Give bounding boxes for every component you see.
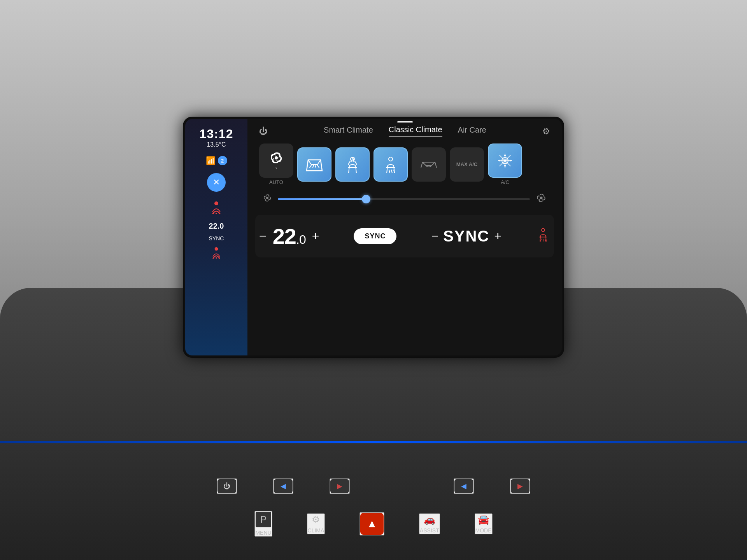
svg-point-0 [214, 201, 218, 205]
right-sync-text: SYNC [443, 228, 489, 245]
clima-label: CLIMA [308, 527, 324, 534]
temp-up-left-icon: ▶ [330, 479, 349, 493]
tab-smart-climate[interactable]: Smart Climate [324, 126, 373, 137]
seat-heat-lower-button[interactable] [374, 147, 408, 182]
close-button[interactable]: ✕ [207, 173, 226, 192]
temp-down-left-hw[interactable]: ◀ [273, 478, 293, 494]
clima-button[interactable]: ⚙ CLIMA [307, 513, 325, 534]
power-hw-icon: ⏻ [217, 479, 236, 493]
ac-label: A/C [501, 179, 509, 185]
fan-speed-fill [278, 198, 366, 200]
mode-button[interactable]: 🚘 MODE [475, 513, 493, 534]
temp-down-left-icon: ◀ [274, 479, 293, 493]
screen-wrapper: 13:12 13.5°C 📶 2 ✕ [183, 117, 564, 358]
assist-button[interactable]: 🚗 ASSIST [419, 513, 440, 534]
right-temperature-control: − SYNC + [431, 228, 502, 245]
svg-point-5 [213, 257, 214, 259]
blue-accent-bar [0, 441, 747, 443]
recirculation-group [412, 147, 446, 182]
fan-auto-group: › AUTO [259, 144, 293, 185]
right-temp-increase[interactable]: + [494, 229, 502, 243]
power-hw-button[interactable]: ⏻ [217, 478, 237, 494]
ac-button[interactable] [488, 144, 522, 178]
seat-heat-lower-group [374, 147, 408, 182]
ac-group: A/C [488, 144, 522, 185]
wifi-icon: 📶 [206, 156, 216, 165]
time-display: 13:12 13.5°C [200, 127, 233, 148]
hardware-button-strip: ⏻ ◀ ▶ ◀ ▶ [198, 478, 549, 494]
svg-point-10 [389, 157, 393, 161]
screen-bezel: 13:12 13.5°C 📶 2 ✕ [183, 117, 564, 358]
fan-auto-label: AUTO [269, 179, 283, 185]
left-sync-label: SYNC [209, 235, 224, 242]
park-menu-button[interactable]: P MENU [254, 511, 272, 537]
tab-air-care[interactable]: Air Care [458, 126, 486, 137]
seat-heat-top-icon [209, 200, 223, 217]
recirculation-button[interactable] [412, 147, 446, 182]
temp-up-left-hw[interactable]: ▶ [330, 478, 350, 494]
main-content: ⏻ Smart Climate Classic Climate Air Care… [247, 119, 562, 355]
svg-point-1 [212, 213, 214, 214]
tab-bar: ⏻ Smart Climate Classic Climate Air Care… [255, 125, 554, 137]
soft-button-row: P MENU ⚙ CLIMA ▲ 🚗 ASSIST 🚘 MODE [237, 511, 510, 537]
left-temp-increase[interactable]: + [312, 229, 319, 243]
svg-point-14 [540, 196, 542, 199]
seat-heat-bottom-icon [210, 246, 223, 261]
fan-low-icon [263, 194, 272, 205]
left-temp-decrease[interactable]: − [259, 229, 267, 243]
outside-temperature: 13.5°C [200, 141, 233, 148]
wifi-indicator: 📶 2 [206, 156, 227, 165]
temp-up-right-hw[interactable]: ▶ [510, 478, 530, 494]
hazard-icon: ▲ [360, 513, 384, 535]
temp-up-right-icon: ▶ [511, 479, 530, 493]
tab-classic-climate[interactable]: Classic Climate [389, 125, 442, 137]
tab-group: Smart Climate Classic Climate Air Care [324, 125, 486, 137]
notification-badge: 2 [218, 156, 227, 165]
svg-point-2 [216, 213, 217, 214]
fan-speed-thumb[interactable] [362, 195, 370, 203]
left-temp-label: 22.0 [209, 222, 224, 231]
infotainment-screen: 13:12 13.5°C 📶 2 ✕ [185, 119, 562, 355]
svg-point-13 [266, 197, 268, 199]
svg-point-6 [216, 257, 217, 259]
temperature-row: − 22.0 + SYNC − SYNC + [255, 215, 554, 257]
fan-speed-track[interactable] [278, 198, 530, 200]
tab-active-indicator [397, 121, 413, 122]
assist-icon: 🚗 [424, 514, 435, 525]
right-seat-heat-icon [536, 228, 550, 245]
svg-point-8 [275, 156, 278, 159]
svg-point-15 [542, 228, 545, 231]
svg-point-12 [504, 159, 506, 162]
left-temp-decimal: .0 [296, 233, 306, 247]
fan-high-icon [536, 193, 546, 205]
climate-controls-row: › AUTO [255, 144, 554, 185]
left-temperature-control: − 22.0 + [259, 224, 319, 249]
svg-point-4 [215, 247, 218, 251]
power-button[interactable]: ⏻ [259, 126, 268, 136]
left-temperature-value: 22.0 [273, 224, 306, 249]
fan-auto-button[interactable]: › [259, 144, 293, 178]
assist-label: ASSIST [420, 527, 439, 534]
sidebar: 13:12 13.5°C 📶 2 ✕ [185, 119, 247, 355]
temp-down-right-hw[interactable]: ◀ [454, 478, 474, 494]
clock: 13:12 [200, 127, 233, 141]
right-temp-decrease[interactable]: − [431, 229, 438, 243]
svg-point-3 [219, 213, 220, 214]
hazard-button[interactable]: ▲ [359, 512, 384, 536]
svg-point-7 [218, 257, 220, 259]
windshield-group [297, 147, 331, 182]
mode-icon: 🚘 [478, 514, 489, 525]
park-label: MENU [255, 530, 271, 536]
settings-button[interactable]: ⚙ [542, 126, 550, 136]
seat-heat-upper-button[interactable] [335, 147, 370, 182]
windshield-button[interactable] [297, 147, 331, 182]
seat-heat-upper-group [335, 147, 370, 182]
fan-speed-slider-row [255, 193, 554, 205]
sync-button[interactable]: SYNC [354, 228, 396, 244]
mode-label: MODE [475, 527, 492, 534]
car-interior: 13:12 13.5°C 📶 2 ✕ [0, 0, 747, 560]
clima-icon: ⚙ [312, 514, 320, 525]
temp-down-right-icon: ◀ [454, 479, 473, 493]
max-ac-button[interactable]: MAX A/C [450, 147, 484, 182]
park-icon: P [256, 512, 271, 527]
